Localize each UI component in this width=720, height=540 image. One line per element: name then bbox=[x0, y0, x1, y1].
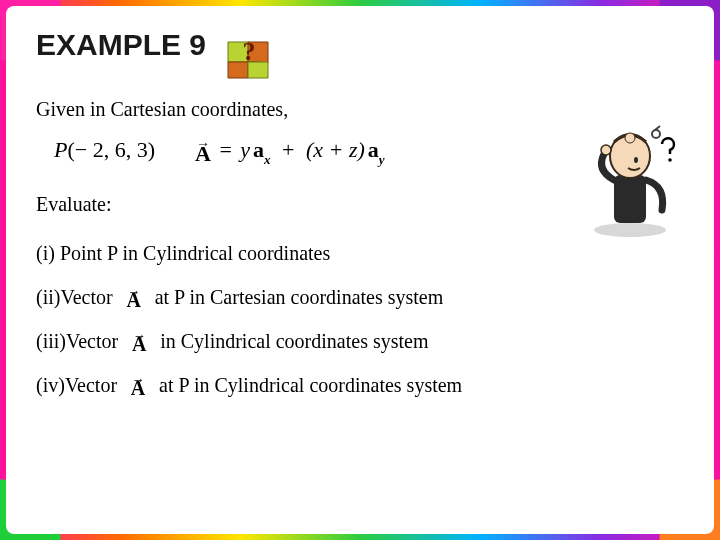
item-lead: (iii)Vector bbox=[36, 331, 123, 351]
item-tail: in Cylindrical coordinates system bbox=[155, 331, 428, 351]
list-item: (iv)Vector → A at P in Cylindrical coord… bbox=[36, 368, 684, 402]
svg-point-1 bbox=[594, 223, 666, 237]
term2-coef: (x + z) bbox=[306, 137, 365, 163]
item-list: (i) Point P in Cylindrical coordinates (… bbox=[36, 236, 684, 402]
vector-A-symbol: → A bbox=[124, 288, 144, 306]
item-tail: at P in Cylindrical coordinates system bbox=[154, 375, 462, 395]
item-lead: (ii)Vector bbox=[36, 287, 118, 307]
unit-vector-ay: ay bbox=[368, 137, 385, 163]
svg-point-5 bbox=[601, 145, 611, 155]
list-item: (iii)Vector → A in Cylindrical coordinat… bbox=[36, 324, 684, 358]
vector-definition: → A = y ax + (x + z) ay bbox=[195, 137, 385, 163]
svg-point-7 bbox=[652, 130, 660, 138]
svg-point-9 bbox=[668, 158, 672, 162]
unit-vector-ax: ax bbox=[253, 137, 271, 163]
svg-text:?: ? bbox=[243, 37, 256, 66]
term1-coef: y bbox=[240, 137, 250, 163]
puzzle-question-icon: ? bbox=[222, 32, 276, 86]
list-item: (i) Point P in Cylindrical coordinates bbox=[36, 236, 684, 270]
item-tail: at P in Cartesian coordinates system bbox=[150, 287, 444, 307]
point-coords: (− 2, 6, 3) bbox=[67, 137, 155, 162]
example-title: EXAMPLE 9 bbox=[36, 28, 684, 62]
list-item: (ii)Vector → A at P in Cartesian coordin… bbox=[36, 280, 684, 314]
plus-op: + bbox=[282, 137, 294, 163]
vector-A-symbol: → A bbox=[129, 332, 149, 350]
point-expression: P(− 2, 6, 3) bbox=[54, 137, 155, 163]
item-lead: (iv)Vector bbox=[36, 375, 122, 395]
given-label: Given in Cartesian coordinates, bbox=[36, 98, 684, 121]
svg-rect-2 bbox=[614, 175, 646, 223]
svg-point-6 bbox=[634, 157, 638, 163]
vector-A-symbol: → A bbox=[128, 376, 148, 394]
slide-content: EXAMPLE 9 ? bbox=[36, 28, 684, 510]
svg-point-4 bbox=[625, 133, 635, 143]
confused-person-icon bbox=[584, 120, 676, 240]
item-lead: (i) Point P in Cylindrical coordinates bbox=[36, 243, 330, 263]
vector-A-symbol: → A bbox=[195, 140, 211, 160]
point-name: P bbox=[54, 137, 67, 162]
